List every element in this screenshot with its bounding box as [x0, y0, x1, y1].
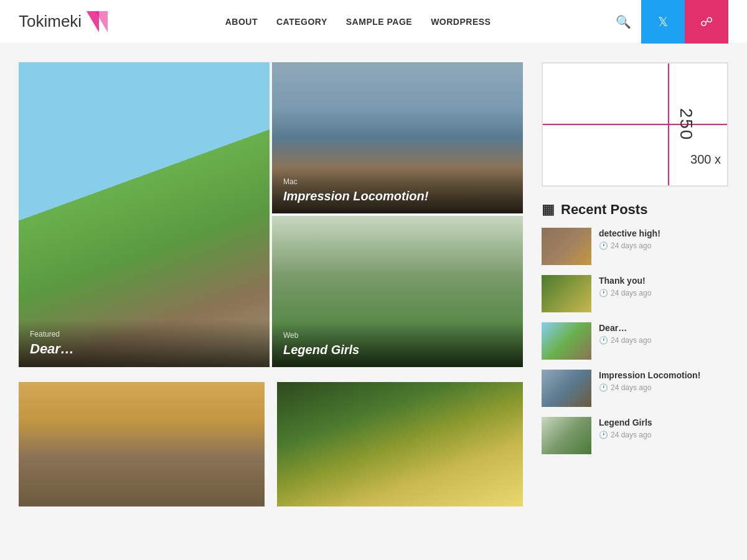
- clock-icon-0: 🕐: [599, 241, 608, 250]
- ad-cross-vertical: [668, 63, 669, 185]
- recent-post-1-title: Thank you!: [599, 275, 728, 286]
- recent-posts-title: Recent Posts: [561, 202, 647, 218]
- post-grid: [19, 382, 523, 506]
- clock-icon-4: 🕐: [599, 431, 608, 439]
- recent-post-0-title: detective high!: [599, 228, 728, 239]
- recent-post-0[interactable]: detective high! 🕐 24 days ago: [542, 228, 728, 265]
- sidebar: 250 300 x ▦ Recent Posts detective high!…: [542, 62, 728, 506]
- main-nav: ABOUT CATEGORY SAMPLE PAGE WORDPRESS: [225, 17, 491, 27]
- site-header: Tokimeki ABOUT CATEGORY SAMPLE PAGE WORD…: [0, 0, 747, 44]
- recent-post-0-info: detective high! 🕐 24 days ago: [599, 228, 728, 250]
- recent-post-1-info: Thank you! 🕐 24 days ago: [599, 275, 728, 297]
- recent-post-0-time: 🕐 24 days ago: [599, 241, 728, 250]
- recent-posts-icon: ▦: [542, 202, 555, 218]
- clock-icon-3: 🕐: [599, 383, 608, 392]
- search-button[interactable]: 🔍: [606, 0, 641, 44]
- instagram-button[interactable]: ☍: [685, 0, 728, 44]
- recent-post-3-title: Impression Locomotion!: [599, 370, 728, 381]
- featured-top-right-overlay: Mac Impression Locomotion!: [272, 167, 523, 213]
- recent-post-4-thumb: [542, 417, 591, 454]
- logo-icon: [84, 9, 110, 35]
- nav-wordpress[interactable]: WORDPRESS: [431, 17, 491, 27]
- recent-post-1-image: [542, 275, 591, 312]
- post-card-1[interactable]: [277, 382, 523, 506]
- recent-post-4[interactable]: Legend Girls 🕐 24 days ago: [542, 417, 728, 454]
- recent-post-2-image: [542, 322, 591, 360]
- nav-about[interactable]: ABOUT: [225, 17, 258, 27]
- featured-bottom-right-card[interactable]: Web Legend Girls: [272, 216, 523, 367]
- recent-post-3-info: Impression Locomotion! 🕐 24 days ago: [599, 370, 728, 392]
- nav-category[interactable]: CATEGORY: [276, 17, 327, 27]
- recent-post-1-thumb: [542, 275, 591, 312]
- post-card-0[interactable]: [19, 382, 265, 506]
- main-content: Featured Dear… Mac Impression Locomotion…: [19, 62, 523, 506]
- post-card-1-image: [277, 382, 523, 506]
- header-right: 🔍 𝕏 ☍: [606, 0, 728, 44]
- recent-post-4-info: Legend Girls 🕐 24 days ago: [599, 417, 728, 439]
- recent-posts-header: ▦ Recent Posts: [542, 202, 728, 218]
- recent-post-2-info: Dear… 🕐 24 days ago: [599, 322, 728, 345]
- clock-icon-1: 🕐: [599, 289, 608, 297]
- twitter-button[interactable]: 𝕏: [641, 0, 685, 44]
- recent-post-3-thumb: [542, 370, 591, 407]
- nav-sample[interactable]: SAMPLE PAGE: [346, 17, 412, 27]
- featured-top-right-card[interactable]: Mac Impression Locomotion!: [272, 62, 523, 213]
- ad-dimension-x: 250: [676, 108, 696, 141]
- recent-post-3-time: 🕐 24 days ago: [599, 383, 728, 392]
- recent-post-1[interactable]: Thank you! 🕐 24 days ago: [542, 275, 728, 312]
- recent-post-2-thumb: [542, 322, 591, 360]
- recent-post-0-thumb: [542, 228, 591, 265]
- recent-post-2[interactable]: Dear… 🕐 24 days ago: [542, 322, 728, 360]
- featured-large-card[interactable]: Featured Dear…: [19, 62, 270, 367]
- ad-cross-horizontal: [543, 124, 727, 125]
- instagram-icon: ☍: [700, 14, 713, 29]
- recent-post-4-time: 🕐 24 days ago: [599, 431, 728, 439]
- sidebar-ad: 250 300 x: [542, 62, 728, 187]
- clock-icon-2: 🕐: [599, 336, 608, 345]
- recent-post-2-time: 🕐 24 days ago: [599, 336, 728, 345]
- site-logo[interactable]: Tokimeki: [19, 9, 110, 35]
- featured-bottom-right-category: Web: [283, 331, 512, 340]
- featured-large-overlay: Featured Dear…: [19, 320, 270, 367]
- page-content: Featured Dear… Mac Impression Locomotion…: [0, 44, 747, 525]
- featured-top-right-title: Impression Locomotion!: [283, 189, 512, 203]
- post-card-0-image: [19, 382, 265, 506]
- featured-large-title: Dear…: [30, 341, 258, 357]
- recent-posts-section: ▦ Recent Posts detective high! 🕐 24 days…: [542, 202, 728, 454]
- logo-text: Tokimeki: [19, 12, 82, 31]
- recent-post-0-image: [542, 228, 591, 265]
- recent-post-4-title: Legend Girls: [599, 417, 728, 428]
- recent-post-3[interactable]: Impression Locomotion! 🕐 24 days ago: [542, 370, 728, 407]
- recent-post-3-image: [542, 370, 591, 407]
- recent-post-1-time: 🕐 24 days ago: [599, 289, 728, 297]
- recent-post-4-image: [542, 417, 591, 454]
- recent-post-2-title: Dear…: [599, 322, 728, 334]
- twitter-icon: 𝕏: [658, 14, 668, 29]
- featured-bottom-right-title: Legend Girls: [283, 342, 512, 357]
- ad-dimension-y: 300 x: [690, 152, 721, 167]
- search-icon: 🔍: [616, 15, 631, 29]
- featured-top-right-category: Mac: [283, 177, 512, 186]
- featured-large-category: Featured: [30, 330, 258, 338]
- featured-bottom-right-overlay: Web Legend Girls: [272, 321, 523, 367]
- featured-grid: Featured Dear… Mac Impression Locomotion…: [19, 62, 523, 367]
